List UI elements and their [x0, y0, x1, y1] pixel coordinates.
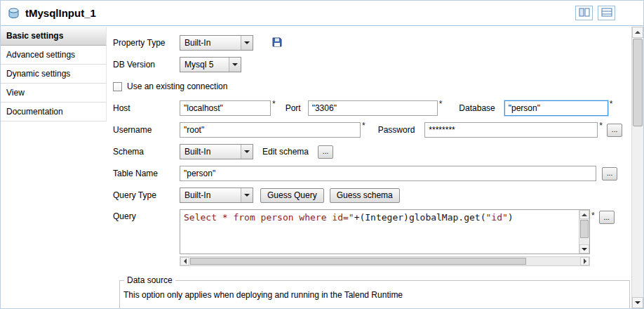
query-vscroll-thumb[interactable] [580, 220, 589, 238]
header-view-buttons [575, 6, 615, 20]
sidebar-item-label: Basic settings [6, 31, 63, 41]
table-name-input[interactable] [180, 166, 596, 181]
password-input[interactable] [424, 122, 598, 138]
sidebar-item-advanced-settings[interactable]: Advanced settings [1, 46, 107, 65]
split-view-icon [579, 8, 590, 19]
required-marker: * [599, 121, 603, 131]
sidebar-item-label: View [6, 88, 25, 98]
table-name-ellipsis-button[interactable]: ... [602, 167, 617, 180]
scroll-up-arrow-icon[interactable] [632, 27, 643, 38]
data-source-note: This option only applies when deploying … [123, 288, 624, 300]
query-label: Query [113, 209, 180, 221]
query-text: Select * from person where id="+(Integer… [180, 210, 579, 254]
data-source-group: Data source This option only applies whe… [119, 275, 630, 309]
schema-row: Schema Built-In Edit schema ... [113, 144, 631, 159]
sidebar-item-label: Advanced settings [6, 50, 75, 60]
username-label: Username [113, 125, 180, 135]
port-input[interactable] [308, 100, 438, 116]
data-source-title: Data source [124, 275, 175, 285]
username-row: Username * Password * ... [113, 122, 631, 138]
query-horizontal-scrollbar[interactable] [180, 256, 590, 266]
query-editor[interactable]: Select * from person where id="+(Integer… [180, 209, 590, 254]
query-segment: "id" [485, 212, 507, 223]
property-type-row: Property Type Built-In [113, 35, 631, 51]
query-type-select[interactable]: Built-In [180, 188, 253, 203]
query-row: Query Select * from person where id="+(I… [113, 209, 631, 266]
header: tMysqlInput_1 [1, 1, 643, 26]
query-ellipsis-button[interactable]: ... [599, 211, 615, 224]
query-segment: ) [508, 212, 514, 223]
schema-value: Built-In [185, 147, 210, 157]
required-marker: * [591, 211, 595, 221]
required-marker: * [272, 99, 276, 109]
table-name-label: Table Name [113, 169, 180, 178]
table-view-button[interactable] [598, 6, 615, 20]
username-input[interactable] [180, 122, 361, 138]
guess-query-button[interactable]: Guess Query [260, 188, 324, 203]
query-segment: Select * from person where id=" [184, 212, 354, 223]
required-marker: * [610, 99, 613, 109]
chevron-down-icon [229, 58, 241, 72]
sidebar-item-label: Documentation [6, 107, 63, 117]
property-type-label: Property Type [113, 38, 180, 48]
sidebar-item-view[interactable]: View [1, 84, 107, 103]
host-input[interactable] [180, 100, 271, 116]
db-version-label: DB Version [113, 60, 180, 70]
database-icon [8, 8, 20, 19]
edit-schema-label: Edit schema [262, 147, 309, 157]
query-hscroll-thumb[interactable] [190, 258, 526, 265]
scroll-up-arrow-icon[interactable] [579, 210, 589, 219]
chevron-down-icon [241, 188, 253, 202]
property-type-select[interactable]: Built-In [180, 35, 253, 51]
schema-label: Schema [113, 147, 180, 157]
query-segment: +(Integer)globalMap.get( [354, 212, 486, 223]
query-vertical-scrollbar[interactable] [579, 210, 589, 254]
existing-connection-checkbox[interactable] [113, 82, 122, 91]
component-title: tMysqlInput_1 [25, 7, 96, 19]
scroll-down-arrow-icon[interactable] [579, 244, 589, 254]
sidebar-item-documentation[interactable]: Documentation [1, 103, 107, 121]
table-name-row: Table Name ... [113, 166, 631, 181]
query-type-label: Query Type [113, 190, 180, 200]
guess-schema-button[interactable]: Guess schema [330, 188, 400, 203]
schema-select[interactable]: Built-In [180, 144, 253, 159]
panel-scroll-thumb[interactable] [633, 39, 643, 126]
edit-schema-button[interactable]: ... [318, 145, 333, 159]
password-label: Password [378, 125, 415, 135]
table-view-icon [601, 8, 612, 19]
scroll-right-arrow-icon[interactable] [580, 257, 589, 265]
sidebar-item-dynamic-settings[interactable]: Dynamic settings [1, 65, 107, 84]
host-label: Host [113, 103, 180, 113]
db-version-select[interactable]: Mysql 5 [180, 57, 241, 72]
split-view-button[interactable] [575, 6, 593, 20]
query-type-value: Built-In [185, 190, 210, 200]
panel-scrollbar[interactable] [631, 27, 643, 308]
required-marker: * [439, 99, 443, 109]
settings-form: Property Type Built-In DB Version Mysql … [107, 27, 631, 308]
db-version-value: Mysql 5 [185, 60, 213, 70]
query-widget: Select * from person where id="+(Integer… [180, 209, 590, 266]
existing-connection-label: Use an existing connection [127, 81, 227, 91]
database-label: Database [459, 103, 495, 113]
property-type-value: Built-In [185, 38, 210, 48]
db-version-row: DB Version Mysql 5 [113, 57, 631, 72]
chevron-down-icon [241, 145, 253, 159]
save-button[interactable] [272, 37, 282, 49]
sidebar-item-label: Dynamic settings [6, 69, 70, 79]
host-row: Host * Port * Database * [113, 100, 631, 116]
port-label: Port [286, 103, 301, 113]
database-input[interactable] [504, 100, 608, 116]
password-ellipsis-button[interactable]: ... [607, 124, 622, 137]
settings-sidebar: Basic settings Advanced settings Dynamic… [1, 27, 107, 308]
existing-connection-row: Use an existing connection [113, 79, 631, 94]
scroll-down-arrow-icon[interactable] [632, 297, 643, 308]
query-type-row: Query Type Built-In Guess Query Guess sc… [113, 188, 631, 203]
save-icon [272, 37, 282, 49]
chevron-down-icon [241, 36, 253, 50]
required-marker: * [362, 121, 365, 131]
sidebar-item-basic-settings[interactable]: Basic settings [1, 27, 107, 46]
scroll-left-arrow-icon[interactable] [180, 257, 189, 265]
